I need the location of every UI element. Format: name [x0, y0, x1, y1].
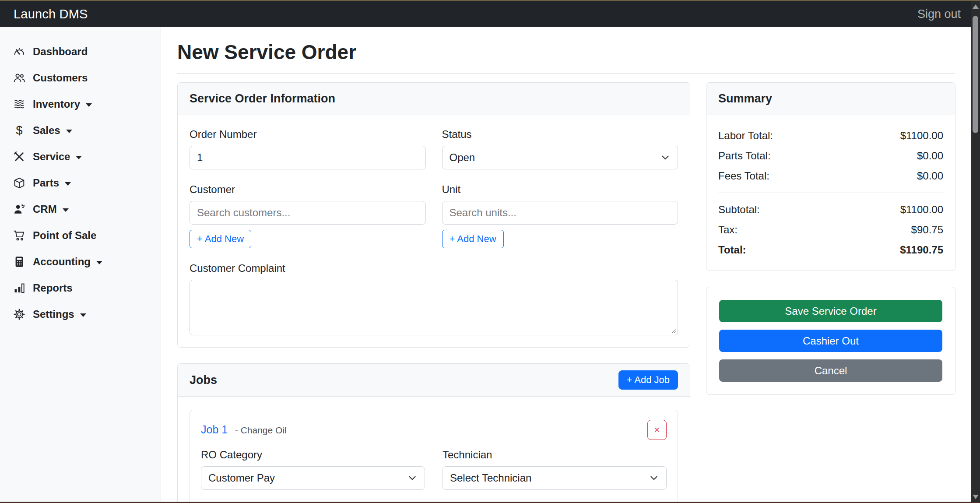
page-title: New Service Order: [177, 40, 955, 64]
technician-field: Technician Select Technician: [443, 449, 667, 490]
caret-down-icon: [66, 130, 72, 133]
service-order-info-card: Service Order Information Order Number S…: [177, 82, 690, 348]
sign-out-link[interactable]: Sign out: [917, 7, 961, 21]
resize-grip-icon[interactable]: [670, 327, 676, 334]
summary-label: Tax:: [718, 224, 738, 236]
technician-select[interactable]: Select Technician: [443, 466, 667, 490]
sidebar-item-label: CRM: [33, 203, 57, 215]
caret-down-icon: [96, 261, 102, 264]
sidebar-item-crm[interactable]: CRM: [0, 196, 161, 222]
sidebar-item-label: Accounting: [33, 256, 91, 268]
caret-down-icon: [80, 313, 86, 317]
sidebar-item-sales[interactable]: $ Sales: [0, 117, 161, 144]
ro-category-select[interactable]: Customer Pay: [201, 466, 425, 490]
divider: [177, 74, 955, 74]
caret-down-icon: [63, 208, 69, 212]
caret-down-icon: [86, 103, 92, 107]
ro-category-field: RO Category Customer Pay: [201, 449, 425, 490]
chevron-down-icon: [649, 473, 659, 483]
status-select-value: Open: [450, 151, 475, 164]
chevron-down-icon: [407, 473, 418, 483]
summary-card: Summary Labor Total: $1100.00 Parts Tota…: [706, 82, 955, 271]
box-icon: [13, 177, 25, 189]
job-subtitle: - Change Oil: [235, 425, 287, 435]
speedometer-icon: [13, 46, 25, 58]
sidebar-item-dashboard[interactable]: Dashboard: [0, 39, 161, 65]
sidebar-item-point-of-sale[interactable]: Point of Sale: [0, 222, 161, 249]
sidebar-item-label: Dashboard: [33, 46, 88, 58]
summary-label: Total:: [718, 244, 746, 256]
scrollbar-thumb[interactable]: [973, 16, 978, 133]
top-navbar: Launch DMS Sign out: [0, 1, 980, 27]
job-title: Job 1 - Change Oil: [201, 420, 287, 436]
status-label: Status: [442, 128, 678, 141]
sidebar-item-reports[interactable]: Reports: [0, 275, 161, 301]
sidebar-item-label: Settings: [33, 308, 74, 320]
summary-header: Summary: [706, 83, 955, 115]
sidebar-item-accounting[interactable]: Accounting: [0, 249, 161, 275]
order-number-label: Order Number: [190, 128, 426, 141]
add-job-button[interactable]: + Add Job: [618, 370, 678, 390]
summary-row-parts: Parts Total: $0.00: [718, 146, 943, 166]
calculator-icon: [13, 256, 25, 268]
sidebar-item-label: Sales: [33, 124, 60, 137]
status-select[interactable]: Open: [442, 146, 678, 169]
summary-label: Parts Total:: [718, 150, 771, 162]
add-new-customer-button[interactable]: + Add New: [190, 230, 251, 248]
summary-value: $90.75: [911, 224, 943, 236]
order-number-input[interactable]: [190, 146, 426, 169]
summary-label: Subtotal:: [718, 204, 760, 216]
summary-row-labor: Labor Total: $1100.00: [718, 126, 943, 146]
summary-value: $1190.75: [900, 244, 943, 256]
sidebar-item-customers[interactable]: Customers: [0, 65, 161, 91]
summary-label: Fees Total:: [718, 170, 769, 182]
summary-row-total: Total: $1190.75: [718, 240, 943, 260]
sidebar-item-inventory[interactable]: Inventory: [0, 91, 161, 117]
customer-search-input[interactable]: [190, 201, 426, 225]
sidebar-item-label: Point of Sale: [33, 229, 96, 242]
unit-search-input[interactable]: [442, 201, 678, 225]
sidebar-item-label: Service: [33, 151, 70, 163]
summary-value: $0.00: [917, 170, 943, 182]
cancel-button[interactable]: Cancel: [719, 359, 942, 382]
sidebar-item-label: Customers: [33, 72, 88, 84]
ro-category-label: RO Category: [201, 449, 425, 461]
page-body: Dashboard Customers: [0, 27, 971, 503]
sidebar-item-settings[interactable]: Settings: [0, 301, 161, 327]
customer-complaint-textarea[interactable]: [190, 280, 678, 335]
dollar-icon: $: [13, 124, 25, 137]
summary-value: $0.00: [917, 150, 943, 162]
jobs-card: Jobs + Add Job Job 1 - Change Oil ×: [177, 363, 690, 503]
scroll-down-arrow-icon[interactable]: [973, 495, 979, 499]
main-content: New Service Order Service Order Informat…: [161, 27, 971, 503]
job-item: Job 1 - Change Oil × RO Category Custome…: [190, 410, 678, 503]
job-name: Job 1: [201, 423, 228, 436]
vertical-scrollbar[interactable]: [971, 1, 980, 502]
technician-select-value: Select Technician: [450, 472, 531, 484]
caret-down-icon: [65, 182, 71, 186]
jobs-header: Jobs: [190, 373, 217, 387]
sidebar-item-parts[interactable]: Parts: [0, 170, 161, 196]
sidebar-item-label: Reports: [33, 282, 73, 294]
sidebar-item-label: Parts: [33, 177, 59, 189]
customer-label: Customer: [190, 183, 426, 196]
add-new-unit-button[interactable]: + Add New: [442, 230, 504, 248]
unit-label: Unit: [442, 183, 678, 196]
save-service-order-button[interactable]: Save Service Order: [719, 300, 942, 322]
summary-value: $1100.00: [900, 130, 943, 142]
summary-label: Labor Total:: [718, 130, 773, 142]
list-lines-icon: [13, 98, 25, 110]
sidebar-item-service[interactable]: Service: [0, 144, 161, 170]
people-icon: [13, 72, 25, 84]
tools-icon: [13, 151, 25, 163]
person-hearts-icon: [13, 203, 25, 215]
scroll-up-arrow-icon[interactable]: [973, 4, 979, 9]
actions-card: Save Service Order Cashier Out Cancel: [706, 287, 955, 395]
cashier-out-button[interactable]: Cashier Out: [719, 330, 942, 352]
summary-row-fees: Fees Total: $0.00: [718, 166, 943, 186]
caret-down-icon: [76, 156, 82, 159]
bar-chart-icon: [13, 282, 25, 294]
gear-icon: [13, 308, 25, 320]
technician-label: Technician: [443, 449, 667, 461]
delete-job-button[interactable]: ×: [647, 420, 667, 440]
